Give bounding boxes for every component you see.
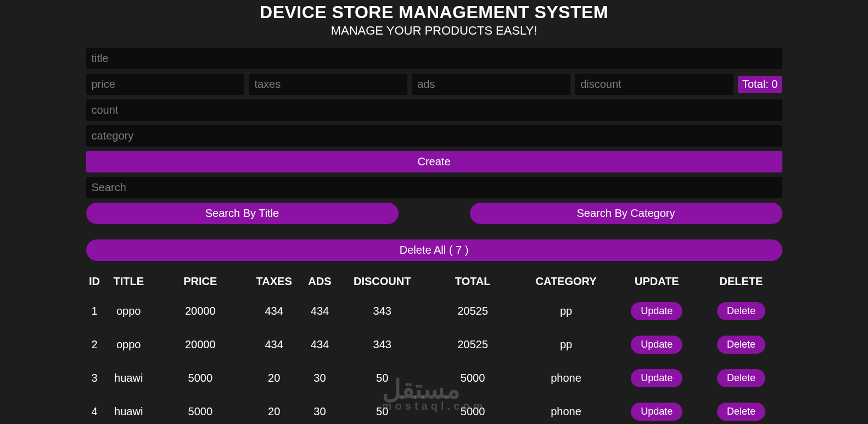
create-button[interactable]: Create: [86, 151, 782, 172]
table-cell-taxes: 434: [247, 294, 302, 328]
table-cell-id: 2: [86, 328, 103, 361]
table-cell-id: 3: [86, 361, 103, 395]
table-row: 4huawi50002030505000phoneUpdateDelete: [86, 395, 782, 424]
table-row: 3huawi50002030505000phoneUpdateDelete: [86, 361, 782, 395]
table-header: PRICE: [154, 275, 247, 294]
table-cell-total: 5000: [427, 395, 519, 424]
table-cell-title: oppo: [103, 328, 154, 361]
page-subtitle: MANAGE YOUR PRODUCTS EASLY!: [86, 24, 782, 38]
table-cell-ads: 434: [302, 328, 338, 361]
table-header: CATEGORY: [519, 275, 613, 294]
table-header: TITLE: [103, 275, 154, 294]
table-cell-discount: 343: [338, 294, 427, 328]
table-cell-discount: 50: [338, 395, 427, 424]
table-cell-total: 20525: [427, 294, 519, 328]
total-label: Total: 0: [738, 76, 782, 93]
table-cell-price: 20000: [154, 328, 247, 361]
table-row: 1oppo2000043443434320525ppUpdateDelete: [86, 294, 782, 328]
delete-button[interactable]: Delete: [717, 336, 765, 354]
table-cell-category: phone: [519, 395, 613, 424]
category-input[interactable]: [86, 125, 782, 147]
update-button[interactable]: Update: [631, 336, 682, 354]
table-cell-price: 5000: [154, 395, 247, 424]
taxes-input[interactable]: [249, 74, 407, 95]
products-table: IDTITLEPRICETAXESADSDISCOUNTTOTALCATEGOR…: [86, 275, 782, 424]
delete-button[interactable]: Delete: [717, 302, 765, 320]
page-title: DEVICE STORE MANAGEMENT SYSTEM: [86, 2, 782, 23]
table-cell-price: 20000: [154, 294, 247, 328]
ads-input[interactable]: [412, 74, 570, 95]
table-cell-ads: 434: [302, 294, 338, 328]
table-cell-category: phone: [519, 361, 613, 395]
search-input[interactable]: [86, 177, 782, 198]
table-cell-id: 1: [86, 294, 103, 328]
table-cell-taxes: 434: [247, 328, 302, 361]
table-cell-discount: 343: [338, 328, 427, 361]
search-by-category-button[interactable]: Search By Category: [470, 203, 782, 224]
table-header: TOTAL: [427, 275, 519, 294]
table-cell-title: huawi: [103, 361, 154, 395]
table-header: UPDATE: [613, 275, 700, 294]
table-cell-price: 5000: [154, 361, 247, 395]
table-cell-total: 5000: [427, 361, 519, 395]
delete-button[interactable]: Delete: [717, 369, 765, 387]
table-cell-ads: 30: [302, 361, 338, 395]
table-cell-category: pp: [519, 294, 613, 328]
table-row: 2oppo2000043443434320525ppUpdateDelete: [86, 328, 782, 361]
table-cell-taxes: 20: [247, 395, 302, 424]
table-cell-category: pp: [519, 328, 613, 361]
discount-input[interactable]: [575, 74, 733, 95]
update-button[interactable]: Update: [631, 302, 682, 320]
price-input[interactable]: [86, 74, 245, 95]
table-cell-id: 4: [86, 395, 103, 424]
delete-button[interactable]: Delete: [717, 403, 765, 421]
table-header: TAXES: [247, 275, 302, 294]
table-header: ADS: [302, 275, 338, 294]
title-input[interactable]: [86, 48, 782, 69]
search-by-title-button[interactable]: Search By Title: [86, 203, 399, 224]
table-cell-discount: 50: [338, 361, 427, 395]
table-cell-title: huawi: [103, 395, 154, 424]
table-cell-ads: 30: [302, 395, 338, 424]
table-header: ID: [86, 275, 103, 294]
table-header: DISCOUNT: [338, 275, 427, 294]
update-button[interactable]: Update: [631, 403, 682, 421]
count-input[interactable]: [86, 99, 782, 121]
table-cell-total: 20525: [427, 328, 519, 361]
table-header: DELETE: [700, 275, 782, 294]
table-cell-taxes: 20: [247, 361, 302, 395]
delete-all-button[interactable]: Delete All ( 7 ): [86, 239, 782, 261]
update-button[interactable]: Update: [631, 369, 682, 387]
table-cell-title: oppo: [103, 294, 154, 328]
